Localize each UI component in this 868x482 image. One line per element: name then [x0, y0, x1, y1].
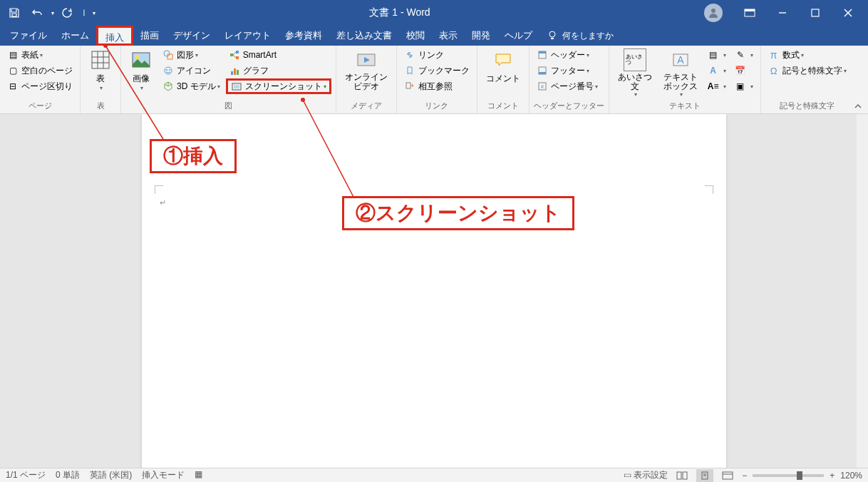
tell-me-search[interactable]: 何をしますか [539, 30, 621, 42]
svg-text:#: # [541, 84, 544, 89]
undo-button[interactable] [27, 3, 47, 23]
svg-rect-16 [167, 54, 172, 59]
group-label: ページ [4, 100, 76, 112]
zoom-level[interactable]: 120% [840, 471, 862, 481]
close-button[interactable] [832, 0, 864, 26]
status-words[interactable]: 0 単語 [56, 469, 80, 481]
shapes-button[interactable]: 図形▾ [160, 47, 223, 63]
cover-page-button[interactable]: ▤表紙▾ [4, 47, 76, 63]
3d-models-button[interactable]: 3D モデル▾ [160, 78, 223, 94]
display-settings[interactable]: ▭ 表示設定 [624, 469, 668, 481]
tab-draw[interactable]: 描画 [133, 26, 166, 46]
chart-button[interactable]: グラフ [226, 63, 331, 78]
blank-page-button[interactable]: ▢空白のページ [4, 63, 76, 78]
equation-button[interactable]: π数式▾ [765, 47, 849, 63]
status-mode[interactable]: 挿入モード [142, 469, 185, 481]
text-misc-4[interactable]: ✎▾ [732, 47, 756, 63]
textbox-button[interactable]: A テキスト ボックス▾ [659, 47, 702, 99]
text-misc-6[interactable]: ▣▾ [732, 78, 756, 94]
paragraph-mark: ↵ [160, 198, 166, 207]
svg-point-19 [169, 69, 170, 71]
collapse-ribbon-button[interactable] [854, 102, 862, 111]
tab-help[interactable]: ヘルプ [497, 26, 539, 46]
group-label: 表 [85, 100, 116, 112]
tab-mailings[interactable]: 差し込み文書 [329, 26, 399, 46]
bookmark-button[interactable]: ブックマーク [401, 63, 472, 78]
header-button[interactable]: ヘッダー▾ [534, 47, 601, 63]
svg-text:A: A [677, 54, 684, 66]
margin-corner [705, 185, 713, 194]
print-layout-button[interactable] [696, 469, 713, 482]
comment-icon [492, 48, 515, 71]
svg-rect-44 [677, 472, 681, 479]
tab-insert[interactable]: 挿入 [96, 26, 133, 46]
greeting-icon: あいさつ [624, 48, 646, 71]
read-mode-button[interactable] [673, 469, 691, 482]
smartart-button[interactable]: SmartArt [226, 47, 331, 63]
document-area: ↵ [0, 114, 868, 468]
text-misc-3[interactable]: A≡▾ [705, 78, 729, 94]
quickparts-icon: ▤ [708, 49, 719, 61]
object-icon: ▣ [735, 81, 746, 92]
tab-review[interactable]: 校閲 [399, 26, 432, 46]
status-page[interactable]: 1/1 ページ [6, 469, 46, 481]
vertical-scrollbar[interactable] [857, 114, 868, 468]
tab-developer[interactable]: 開発 [465, 26, 497, 46]
redo-button[interactable] [57, 3, 77, 23]
blank-page-icon: ▢ [7, 65, 19, 76]
text-misc-2[interactable]: A▾ [705, 63, 729, 78]
group-label: 記号と特殊文字 [765, 100, 849, 112]
zoom-in-button[interactable]: + [830, 471, 835, 481]
cross-reference-button[interactable]: 相互参照 [401, 78, 472, 94]
shapes-icon [162, 49, 174, 61]
online-video-button[interactable]: オンライン ビデオ [341, 47, 392, 93]
table-icon [89, 48, 112, 71]
svg-point-7 [549, 31, 555, 37]
link-button[interactable]: リンク [401, 47, 472, 63]
tab-file[interactable]: ファイル [3, 26, 54, 46]
minimize-button[interactable] [767, 0, 798, 26]
signature-icon: ✎ [735, 49, 746, 61]
page-number-button[interactable]: #ページ番号▾ [534, 78, 601, 94]
svg-rect-8 [92, 51, 109, 68]
page-break-button[interactable]: ⊟ページ区切り [4, 78, 76, 94]
footer-button[interactable]: フッター▾ [534, 63, 601, 78]
group-label: テキスト [614, 100, 756, 112]
annotation-1: ①挿入 [150, 139, 237, 173]
wordart-icon: A [708, 65, 719, 76]
user-avatar[interactable] [704, 4, 723, 22]
tab-references[interactable]: 参考資料 [278, 26, 329, 46]
text-misc-5[interactable]: 📅 [732, 63, 756, 78]
lightbulb-icon [547, 30, 558, 41]
status-language[interactable]: 英語 (米国) [90, 469, 132, 481]
tab-view[interactable]: 表示 [432, 26, 465, 46]
maximize-button[interactable] [800, 0, 831, 26]
screenshot-button[interactable]: スクリーンショット▾ [226, 78, 331, 94]
tab-home[interactable]: ホーム [54, 26, 96, 46]
quick-access-toolbar: ▾ ⁞ ▾ [4, 3, 95, 23]
web-layout-button[interactable] [719, 469, 736, 482]
group-label: コメント [482, 100, 525, 112]
symbol-button[interactable]: Ω記号と特殊文字▾ [765, 63, 849, 78]
group-illustrations: 画像▾ 図形▾ アイコン 3D モデル▾ SmartArt グラフ スクリーンシ… [121, 46, 336, 113]
greeting-button[interactable]: あいさつ あいさつ 文▾ [614, 47, 656, 99]
screenshot-icon [231, 81, 242, 92]
tell-me-label: 何をしますか [562, 30, 614, 42]
qat-separator: ⁞ [83, 8, 86, 18]
margin-corner [155, 185, 163, 194]
comment-button[interactable]: コメント [482, 47, 525, 86]
text-misc-1[interactable]: ▤▾ [705, 47, 729, 63]
macro-icon[interactable]: ▦ [195, 469, 202, 481]
save-button[interactable] [4, 3, 24, 23]
svg-point-18 [166, 69, 167, 71]
pictures-button[interactable]: 画像▾ [125, 47, 157, 93]
icons-button[interactable]: アイコン [160, 63, 223, 78]
tab-layout[interactable]: レイアウト [217, 26, 278, 46]
table-button[interactable]: 表▾ [85, 47, 116, 93]
tab-design[interactable]: デザイン [166, 26, 217, 46]
footer-icon [537, 65, 548, 76]
zoom-slider[interactable] [753, 474, 824, 477]
ribbon-display-button[interactable] [734, 0, 765, 26]
ribbon-tabs: ファイル ホーム 挿入 描画 デザイン レイアウト 参考資料 差し込み文書 校閲… [0, 26, 868, 46]
zoom-out-button[interactable]: − [742, 471, 747, 481]
